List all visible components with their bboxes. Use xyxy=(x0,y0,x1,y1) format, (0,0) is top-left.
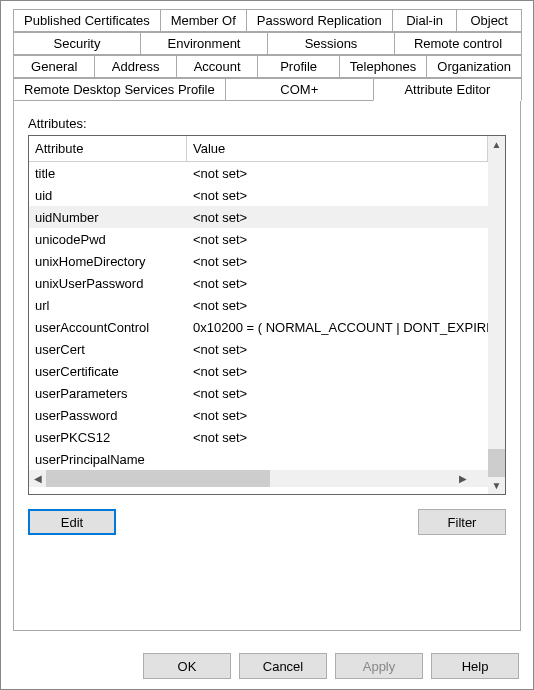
tab-address[interactable]: Address xyxy=(94,55,176,78)
table-row[interactable]: url<not set> xyxy=(29,294,488,316)
tab-general[interactable]: General xyxy=(13,55,95,78)
vscroll-thumb[interactable] xyxy=(488,449,505,477)
tab-password-replication[interactable]: Password Replication xyxy=(246,9,393,32)
column-header-value[interactable]: Value xyxy=(187,136,488,162)
hscroll-track[interactable] xyxy=(46,470,454,487)
tab-strip: Published CertificatesMember OfPassword … xyxy=(13,9,521,101)
cell-attribute: url xyxy=(29,298,187,313)
scroll-down-icon[interactable]: ▼ xyxy=(488,477,505,494)
help-button[interactable]: Help xyxy=(431,653,519,679)
table-row[interactable]: userPassword<not set> xyxy=(29,404,488,426)
dialog-button-row: OK Cancel Apply Help xyxy=(9,645,525,679)
tab-com-[interactable]: COM+ xyxy=(225,78,374,101)
column-header-attribute[interactable]: Attribute xyxy=(29,136,187,162)
cell-value: <not set> xyxy=(187,298,488,313)
hscroll-thumb[interactable] xyxy=(46,470,270,487)
table-row[interactable]: userParameters<not set> xyxy=(29,382,488,404)
attributes-label: Attributes: xyxy=(28,116,506,131)
table-row[interactable]: userCert<not set> xyxy=(29,338,488,360)
cell-attribute: userCert xyxy=(29,342,187,357)
table-row[interactable]: userAccountControl0x10200 = ( NORMAL_ACC… xyxy=(29,316,488,338)
cell-attribute: userPKCS12 xyxy=(29,430,187,445)
table-row[interactable]: userPrincipalName xyxy=(29,448,488,470)
table-row[interactable]: uid<not set> xyxy=(29,184,488,206)
tab-object[interactable]: Object xyxy=(456,9,522,32)
table-row[interactable]: unicodePwd<not set> xyxy=(29,228,488,250)
cell-attribute: userCertificate xyxy=(29,364,187,379)
cell-attribute: unixUserPassword xyxy=(29,276,187,291)
cell-value: <not set> xyxy=(187,408,488,423)
cancel-button[interactable]: Cancel xyxy=(239,653,327,679)
tab-profile[interactable]: Profile xyxy=(257,55,339,78)
table-row[interactable]: unixUserPassword<not set> xyxy=(29,272,488,294)
edit-button[interactable]: Edit xyxy=(28,509,116,535)
table-row[interactable]: title<not set> xyxy=(29,162,488,184)
tab-environment[interactable]: Environment xyxy=(140,32,268,55)
cell-value: <not set> xyxy=(187,188,488,203)
table-row[interactable]: unixHomeDirectory<not set> xyxy=(29,250,488,272)
cell-attribute: userPassword xyxy=(29,408,187,423)
tab-security[interactable]: Security xyxy=(13,32,141,55)
cell-attribute: uidNumber xyxy=(29,210,187,225)
cell-value: <not set> xyxy=(187,254,488,269)
vscroll-track[interactable] xyxy=(488,153,505,477)
cell-value: <not set> xyxy=(187,210,488,225)
horizontal-scrollbar[interactable]: ◀ ▶ xyxy=(29,470,488,487)
tab-published-certificates[interactable]: Published Certificates xyxy=(13,9,161,32)
cell-attribute: userPrincipalName xyxy=(29,452,187,467)
cell-value: <not set> xyxy=(187,276,488,291)
filter-button[interactable]: Filter xyxy=(418,509,506,535)
cell-value: <not set> xyxy=(187,232,488,247)
cell-value: <not set> xyxy=(187,364,488,379)
scrollbar-corner xyxy=(471,470,488,487)
attributes-listbox[interactable]: Attribute Value title<not set>uid<not se… xyxy=(28,135,506,495)
cell-attribute: uid xyxy=(29,188,187,203)
properties-dialog: Published CertificatesMember OfPassword … xyxy=(0,0,534,690)
tab-remote-desktop-services-profile[interactable]: Remote Desktop Services Profile xyxy=(13,78,226,101)
table-row[interactable]: uidNumber<not set> xyxy=(29,206,488,228)
cell-value: <not set> xyxy=(187,342,488,357)
cell-attribute: unixHomeDirectory xyxy=(29,254,187,269)
vertical-scrollbar[interactable]: ▲ ▼ xyxy=(488,136,505,494)
scroll-left-icon[interactable]: ◀ xyxy=(29,470,46,487)
cell-value: <not set> xyxy=(187,386,488,401)
table-row[interactable]: userCertificate<not set> xyxy=(29,360,488,382)
tab-member-of[interactable]: Member Of xyxy=(160,9,247,32)
table-row[interactable]: userPKCS12<not set> xyxy=(29,426,488,448)
cell-attribute: unicodePwd xyxy=(29,232,187,247)
cell-value: <not set> xyxy=(187,166,488,181)
tab-telephones[interactable]: Telephones xyxy=(339,55,428,78)
cell-attribute: userAccountControl xyxy=(29,320,187,335)
ok-button[interactable]: OK xyxy=(143,653,231,679)
cell-attribute: title xyxy=(29,166,187,181)
cell-value: <not set> xyxy=(187,430,488,445)
tab-dial-in[interactable]: Dial-in xyxy=(392,9,458,32)
tab-organization[interactable]: Organization xyxy=(426,55,522,78)
scroll-right-icon[interactable]: ▶ xyxy=(454,470,471,487)
tab-account[interactable]: Account xyxy=(176,55,258,78)
list-header: Attribute Value xyxy=(29,136,488,162)
cell-attribute: userParameters xyxy=(29,386,187,401)
tab-remote-control[interactable]: Remote control xyxy=(394,32,522,55)
apply-button[interactable]: Apply xyxy=(335,653,423,679)
tab-attribute-editor[interactable]: Attribute Editor xyxy=(373,78,522,101)
tab-panel-attribute-editor: Attributes: Attribute Value title<not se… xyxy=(13,100,521,631)
tab-sessions[interactable]: Sessions xyxy=(267,32,395,55)
scroll-up-icon[interactable]: ▲ xyxy=(488,136,505,153)
cell-value: 0x10200 = ( NORMAL_ACCOUNT | DONT_EXPIRE… xyxy=(187,320,488,335)
